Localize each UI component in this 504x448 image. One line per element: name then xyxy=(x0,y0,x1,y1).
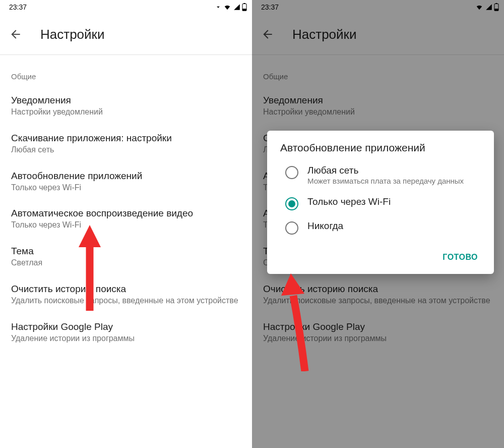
radio-option-never[interactable]: Никогда xyxy=(267,215,494,240)
radio-icon xyxy=(285,197,298,210)
item-notifications[interactable]: Уведомления Настройки уведомлений xyxy=(0,85,252,123)
done-button[interactable]: ГОТОВО xyxy=(436,249,484,266)
radio-option-any-network[interactable]: Любая сеть Может взиматься плата за пере… xyxy=(267,160,494,191)
battery-icon xyxy=(242,3,247,11)
item-subtitle: Удалить поисковые запросы, введенные на … xyxy=(11,296,241,306)
radio-option-wifi-only[interactable]: Только через Wi-Fi xyxy=(267,191,494,215)
wifi-icon xyxy=(223,4,232,11)
item-title: Автообновление приложений xyxy=(11,171,241,182)
item-download-prefs[interactable]: Скачивание приложения: настройки Любая с… xyxy=(0,123,252,160)
item-autoplay[interactable]: Автоматическое воспроизведение видео Тол… xyxy=(0,198,252,236)
back-button[interactable] xyxy=(9,28,22,41)
radio-icon xyxy=(285,166,298,179)
dialog-title: Автообновление приложений xyxy=(267,142,494,160)
item-title: Тема xyxy=(11,246,241,257)
item-title: Очистить историю поиска xyxy=(11,284,241,295)
caret-down-icon xyxy=(215,4,222,11)
radio-label: Любая сеть xyxy=(307,165,464,176)
app-bar: Настройки xyxy=(0,14,252,54)
radio-icon xyxy=(285,221,298,235)
clock: 23:37 xyxy=(9,3,27,11)
autoupdate-dialog: Автообновление приложений Любая сеть Мож… xyxy=(267,131,494,274)
radio-sublabel: Может взиматься плата за передачу данных xyxy=(307,176,464,186)
status-bar: 23:37 xyxy=(0,0,252,14)
item-google-play[interactable]: Настройки Google Play Удаление истории и… xyxy=(0,311,252,349)
signal-icon xyxy=(233,4,241,11)
item-title: Скачивание приложения: настройки xyxy=(11,133,241,144)
phone-left: 23:37 Настройки Общие Уведомления Настро… xyxy=(0,0,252,448)
item-title: Автоматическое воспроизведение видео xyxy=(11,208,241,219)
item-subtitle: Любая сеть xyxy=(11,145,241,155)
item-subtitle: Светлая xyxy=(11,258,241,268)
item-subtitle: Только через Wi-Fi xyxy=(11,183,241,193)
item-title: Настройки Google Play xyxy=(11,321,241,332)
dialog-actions: ГОТОВО xyxy=(267,240,494,269)
item-theme[interactable]: Тема Светлая xyxy=(0,236,252,273)
item-clear-history[interactable]: Очистить историю поиска Удалить поисковы… xyxy=(0,273,252,311)
item-subtitle: Удаление истории из программы xyxy=(11,333,241,344)
section-general: Общие xyxy=(0,55,252,85)
svg-rect-1 xyxy=(243,3,245,4)
svg-rect-2 xyxy=(242,9,246,11)
radio-label: Никогда xyxy=(307,220,343,232)
radio-label: Только через Wi-Fi xyxy=(307,196,391,207)
item-autoupdate[interactable]: Автообновление приложений Только через W… xyxy=(0,160,252,198)
item-subtitle: Настройки уведомлений xyxy=(11,107,241,118)
item-subtitle: Только через Wi-Fi xyxy=(11,220,241,231)
phone-right: 23:37 Настройки Общие Уведомления Настро… xyxy=(252,0,504,448)
page-title: Настройки xyxy=(40,27,105,42)
status-icons xyxy=(215,3,247,11)
arrow-back-icon xyxy=(9,28,22,41)
item-title: Уведомления xyxy=(11,95,241,106)
